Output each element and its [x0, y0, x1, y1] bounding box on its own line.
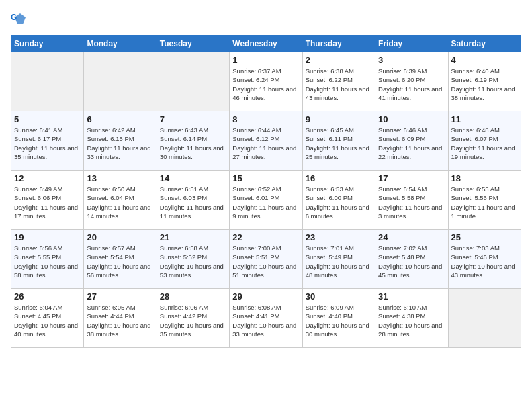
- day-info: Sunrise: 6:44 AMSunset: 6:12 PMDaylight:…: [232, 126, 299, 161]
- day-info: Sunrise: 6:43 AMSunset: 6:14 PMDaylight:…: [160, 126, 226, 161]
- calendar-day-28: 28Sunrise: 6:06 AMSunset: 4:42 PMDayligh…: [157, 289, 229, 348]
- calendar-day-6: 6Sunrise: 6:42 AMSunset: 6:15 PMDaylight…: [84, 111, 157, 171]
- day-number: 3: [378, 55, 445, 65]
- day-number: 22: [232, 232, 299, 242]
- calendar-day-18: 18Sunrise: 6:55 AMSunset: 5:56 PMDayligh…: [448, 171, 521, 230]
- day-number: 9: [306, 114, 372, 124]
- calendar-day-26: 26Sunrise: 6:04 AMSunset: 4:45 PMDayligh…: [11, 289, 84, 348]
- logo-icon: G: [11, 11, 27, 30]
- calendar-day-11: 11Sunrise: 6:48 AMSunset: 6:07 PMDayligh…: [448, 111, 521, 171]
- calendar-day-19: 19Sunrise: 6:56 AMSunset: 5:55 PMDayligh…: [11, 230, 84, 289]
- day-info: Sunrise: 6:09 AMSunset: 4:40 PMDaylight:…: [306, 303, 372, 338]
- day-number: 17: [378, 173, 445, 183]
- calendar-day-10: 10Sunrise: 6:46 AMSunset: 6:09 PMDayligh…: [375, 111, 448, 171]
- day-number: 19: [14, 232, 81, 242]
- day-number: 8: [232, 114, 299, 124]
- day-number: 1: [232, 55, 299, 65]
- day-info: Sunrise: 6:37 AMSunset: 6:24 PMDaylight:…: [232, 66, 299, 102]
- weekday-header-wednesday: Wednesday: [230, 36, 302, 52]
- weekday-header-thursday: Thursday: [302, 36, 375, 52]
- day-info: Sunrise: 6:06 AMSunset: 4:42 PMDaylight:…: [160, 303, 226, 338]
- day-number: 28: [160, 291, 226, 302]
- day-number: 23: [306, 232, 372, 242]
- calendar-day-23: 23Sunrise: 7:01 AMSunset: 5:49 PMDayligh…: [302, 230, 375, 289]
- calendar-day-8: 8Sunrise: 6:44 AMSunset: 6:12 PMDaylight…: [230, 111, 302, 171]
- day-number: 29: [232, 291, 299, 302]
- calendar-day-24: 24Sunrise: 7:02 AMSunset: 5:48 PMDayligh…: [375, 230, 448, 289]
- calendar-empty-cell: [11, 52, 84, 111]
- calendar-day-3: 3Sunrise: 6:39 AMSunset: 6:20 PMDaylight…: [375, 52, 448, 111]
- day-info: Sunrise: 6:58 AMSunset: 5:52 PMDaylight:…: [160, 244, 226, 279]
- day-number: 27: [87, 291, 153, 302]
- day-info: Sunrise: 6:41 AMSunset: 6:17 PMDaylight:…: [14, 126, 81, 161]
- weekday-header-monday: Monday: [84, 36, 157, 52]
- calendar-day-9: 9Sunrise: 6:45 AMSunset: 6:11 PMDaylight…: [302, 111, 375, 171]
- day-info: Sunrise: 6:54 AMSunset: 5:58 PMDaylight:…: [378, 185, 445, 220]
- day-number: 11: [451, 114, 518, 124]
- day-info: Sunrise: 6:04 AMSunset: 4:45 PMDaylight:…: [14, 303, 81, 338]
- day-info: Sunrise: 6:38 AMSunset: 6:22 PMDaylight:…: [306, 66, 372, 102]
- day-info: Sunrise: 6:05 AMSunset: 4:44 PMDaylight:…: [87, 303, 153, 338]
- day-number: 31: [378, 291, 445, 302]
- calendar-day-16: 16Sunrise: 6:53 AMSunset: 6:00 PMDayligh…: [302, 171, 375, 230]
- calendar-day-27: 27Sunrise: 6:05 AMSunset: 4:44 PMDayligh…: [84, 289, 157, 348]
- calendar-day-15: 15Sunrise: 6:52 AMSunset: 6:01 PMDayligh…: [230, 171, 302, 230]
- calendar-day-30: 30Sunrise: 6:09 AMSunset: 4:40 PMDayligh…: [302, 289, 375, 348]
- calendar-day-7: 7Sunrise: 6:43 AMSunset: 6:14 PMDaylight…: [157, 111, 229, 171]
- calendar-day-29: 29Sunrise: 6:08 AMSunset: 4:41 PMDayligh…: [230, 289, 302, 348]
- calendar-day-14: 14Sunrise: 6:51 AMSunset: 6:03 PMDayligh…: [157, 171, 229, 230]
- calendar-day-2: 2Sunrise: 6:38 AMSunset: 6:22 PMDaylight…: [302, 52, 375, 111]
- calendar-day-20: 20Sunrise: 6:57 AMSunset: 5:54 PMDayligh…: [84, 230, 157, 289]
- calendar-day-31: 31Sunrise: 6:10 AMSunset: 4:38 PMDayligh…: [375, 289, 448, 348]
- day-number: 30: [306, 291, 372, 302]
- weekday-header-sunday: Sunday: [11, 36, 84, 52]
- day-info: Sunrise: 7:02 AMSunset: 5:48 PMDaylight:…: [378, 244, 445, 279]
- calendar-week-row: 12Sunrise: 6:49 AMSunset: 6:06 PMDayligh…: [11, 171, 521, 230]
- day-number: 12: [14, 173, 81, 183]
- calendar-day-13: 13Sunrise: 6:50 AMSunset: 6:04 PMDayligh…: [84, 171, 157, 230]
- calendar-day-17: 17Sunrise: 6:54 AMSunset: 5:58 PMDayligh…: [375, 171, 448, 230]
- day-info: Sunrise: 6:10 AMSunset: 4:38 PMDaylight:…: [378, 303, 445, 338]
- day-number: 20: [87, 232, 153, 242]
- day-number: 24: [378, 232, 445, 242]
- calendar-day-22: 22Sunrise: 7:00 AMSunset: 5:51 PMDayligh…: [230, 230, 302, 289]
- day-number: 10: [378, 114, 445, 124]
- day-number: 13: [87, 173, 153, 183]
- logo: G: [11, 11, 30, 30]
- calendar-table: SundayMondayTuesdayWednesdayThursdayFrid…: [11, 35, 521, 348]
- day-info: Sunrise: 6:53 AMSunset: 6:00 PMDaylight:…: [306, 185, 372, 220]
- calendar-day-4: 4Sunrise: 6:40 AMSunset: 6:19 PMDaylight…: [448, 52, 521, 111]
- day-number: 16: [306, 173, 372, 183]
- day-number: 6: [87, 114, 153, 124]
- day-info: Sunrise: 6:52 AMSunset: 6:01 PMDaylight:…: [232, 185, 299, 220]
- day-number: 7: [160, 114, 226, 124]
- day-info: Sunrise: 7:03 AMSunset: 5:46 PMDaylight:…: [451, 244, 518, 279]
- weekday-header-friday: Friday: [375, 36, 448, 52]
- day-info: Sunrise: 6:42 AMSunset: 6:15 PMDaylight:…: [87, 126, 153, 161]
- day-number: 18: [451, 173, 518, 183]
- calendar-week-row: 5Sunrise: 6:41 AMSunset: 6:17 PMDaylight…: [11, 111, 521, 171]
- day-info: Sunrise: 6:50 AMSunset: 6:04 PMDaylight:…: [87, 185, 153, 220]
- day-info: Sunrise: 6:51 AMSunset: 6:03 PMDaylight:…: [160, 185, 226, 220]
- day-info: Sunrise: 6:56 AMSunset: 5:55 PMDaylight:…: [14, 244, 81, 279]
- day-info: Sunrise: 6:45 AMSunset: 6:11 PMDaylight:…: [306, 126, 372, 161]
- day-number: 14: [160, 173, 226, 183]
- calendar-day-5: 5Sunrise: 6:41 AMSunset: 6:17 PMDaylight…: [11, 111, 84, 171]
- page-header: G: [11, 11, 521, 30]
- calendar-day-12: 12Sunrise: 6:49 AMSunset: 6:06 PMDayligh…: [11, 171, 84, 230]
- day-number: 4: [451, 55, 518, 65]
- day-number: 21: [160, 232, 226, 242]
- calendar-header-row: SundayMondayTuesdayWednesdayThursdayFrid…: [11, 36, 521, 52]
- day-number: 26: [14, 291, 81, 302]
- day-info: Sunrise: 6:55 AMSunset: 5:56 PMDaylight:…: [451, 185, 518, 220]
- calendar-week-row: 26Sunrise: 6:04 AMSunset: 4:45 PMDayligh…: [11, 289, 521, 348]
- calendar-week-row: 19Sunrise: 6:56 AMSunset: 5:55 PMDayligh…: [11, 230, 521, 289]
- day-number: 25: [451, 232, 518, 242]
- day-number: 15: [232, 173, 299, 183]
- calendar-empty-cell: [448, 289, 521, 348]
- day-info: Sunrise: 6:08 AMSunset: 4:41 PMDaylight:…: [232, 303, 299, 338]
- day-info: Sunrise: 6:40 AMSunset: 6:19 PMDaylight:…: [451, 66, 518, 102]
- day-info: Sunrise: 7:01 AMSunset: 5:49 PMDaylight:…: [306, 244, 372, 279]
- day-info: Sunrise: 7:00 AMSunset: 5:51 PMDaylight:…: [232, 244, 299, 279]
- day-info: Sunrise: 6:48 AMSunset: 6:07 PMDaylight:…: [451, 126, 518, 161]
